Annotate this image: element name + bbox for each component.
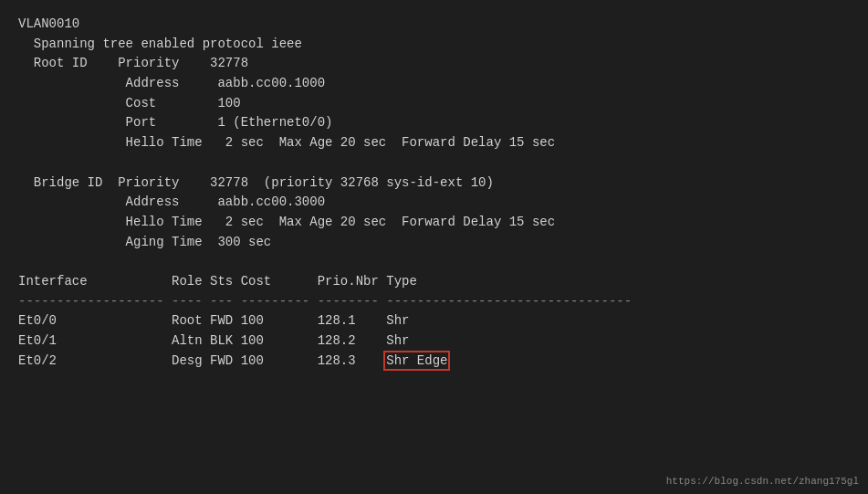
et0-1-row: Et0/1 Altn BLK 100 128.2 Shr	[18, 331, 850, 352]
table-dashes: ------------------- ---- --- --------- -…	[18, 292, 850, 312]
root-id-hello: Hello Time 2 sec Max Age 20 sec Forward …	[18, 133, 850, 153]
et0-2-prefix: Et0/2 Desg FWD 100 128.3	[18, 353, 386, 368]
shr-edge-highlight: Shr Edge	[386, 353, 447, 368]
bridge-id-aging: Aging Time 300 sec	[18, 233, 850, 253]
root-id-port: Port 1 (Ethernet0/0)	[18, 113, 850, 133]
et0-0-row: Et0/0 Root FWD 100 128.1 Shr	[18, 311, 850, 331]
root-id-cost: Cost 100	[18, 94, 850, 114]
bridge-id-address: Address aabb.cc00.3000	[18, 193, 850, 213]
root-id-address: Address aabb.cc00.1000	[18, 74, 850, 94]
vlan-header: VLAN0010	[18, 15, 850, 35]
root-id-priority: Root ID Priority 32778	[18, 54, 850, 74]
bridge-id-priority: Bridge ID Priority 32778 (priority 32768…	[18, 173, 850, 194]
terminal-window: VLAN0010 Spanning tree enabled protocol …	[0, 0, 868, 494]
url-badge: https://blog.csdn.net/zhang175gl	[666, 476, 859, 487]
spanning-tree-line: Spanning tree enabled protocol ieee	[18, 35, 850, 55]
table-header: Interface Role Sts Cost Prio.Nbr Type	[18, 272, 850, 292]
blank-line-2	[18, 252, 850, 272]
blank-line-1	[18, 153, 850, 173]
et0-2-row: Et0/2 Desg FWD 100 128.3 Shr Edge	[18, 352, 850, 372]
bridge-id-hello: Hello Time 2 sec Max Age 20 sec Forward …	[18, 213, 850, 233]
